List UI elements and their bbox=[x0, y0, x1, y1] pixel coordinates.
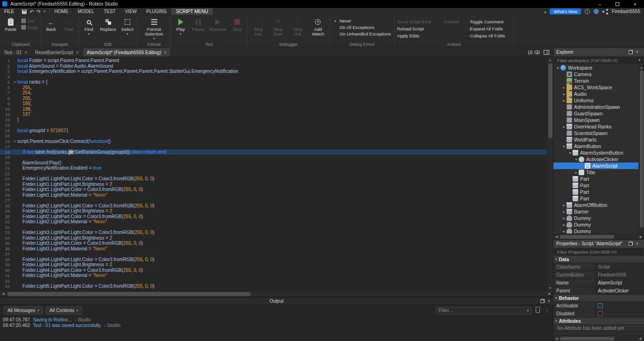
fold-marker[interactable] bbox=[12, 273, 17, 278]
explorer-item-uniforms[interactable]: ▸Uniforms bbox=[553, 97, 638, 104]
clear-output-icon[interactable] bbox=[536, 308, 540, 313]
go-to-script-error-button[interactable]: Go to Script Error bbox=[397, 19, 440, 24]
chevron-right-icon[interactable]: ▸ bbox=[574, 170, 579, 175]
line-number[interactable]: 11 bbox=[0, 112, 12, 117]
line-number[interactable]: 15 bbox=[0, 133, 12, 139]
code-line[interactable]: 33 Folder.Light3.LightPart.Light.Color =… bbox=[0, 230, 553, 235]
line-number[interactable]: 34 bbox=[0, 235, 12, 241]
reload-script-button[interactable]: Reload Script bbox=[397, 26, 440, 31]
panel-layout-icon[interactable] bbox=[544, 50, 549, 55]
fold-marker[interactable] bbox=[12, 107, 17, 112]
scroll-up-icon[interactable]: ▲ bbox=[547, 57, 553, 63]
fold-marker[interactable] bbox=[12, 241, 17, 246]
fold-marker[interactable] bbox=[12, 149, 17, 155]
line-number[interactable]: 8 bbox=[0, 96, 12, 101]
doc-tab-test-01[interactable]: Test - 01× bbox=[0, 48, 31, 57]
code-line[interactable]: 28 Folder.Light2.LightPart.Light.Color =… bbox=[0, 203, 553, 209]
line-number[interactable]: 28 bbox=[0, 203, 12, 209]
section-header-attributes[interactable]: ▾Attributes bbox=[553, 318, 644, 325]
fold-marker[interactable] bbox=[12, 192, 17, 198]
explorer-horizontal-scrollbar[interactable]: ◀ ▶ bbox=[553, 234, 644, 239]
line-number[interactable]: 40 bbox=[0, 268, 12, 273]
fold-marker[interactable] bbox=[12, 262, 17, 268]
property-value-disabled[interactable] bbox=[595, 310, 644, 317]
explorer-item-terrain[interactable]: Terrain bbox=[553, 78, 638, 84]
explorer-filter-input[interactable] bbox=[557, 58, 638, 63]
code-line[interactable]: 26 Folder.Light1.LightPart.Material = "N… bbox=[0, 192, 553, 198]
fold-marker[interactable] bbox=[12, 128, 17, 134]
fold-marker[interactable]: ▾ bbox=[12, 139, 17, 144]
line-number[interactable]: 31 bbox=[0, 219, 12, 225]
code-line[interactable]: 17 bbox=[0, 144, 553, 149]
format-selection-button[interactable]: Format Selection ▾ bbox=[139, 16, 169, 41]
code-line[interactable]: 11 197 bbox=[0, 112, 553, 117]
undo-icon[interactable]: ↶ bbox=[29, 9, 34, 14]
explorer-item-activateclicker[interactable]: ▾ActivateClicker bbox=[553, 156, 638, 163]
maximize-button[interactable] bbox=[609, 0, 626, 8]
line-number[interactable]: 10 bbox=[0, 107, 12, 112]
code-line[interactable]: 8 200, bbox=[0, 96, 553, 101]
code-line[interactable]: 10 198, bbox=[0, 107, 553, 112]
line-number[interactable]: 2 bbox=[0, 64, 12, 69]
fold-marker[interactable] bbox=[12, 225, 17, 230]
explorer-item-part[interactable]: Part bbox=[553, 195, 638, 202]
line-number[interactable]: 30 bbox=[0, 214, 12, 220]
line-number[interactable]: 32 bbox=[0, 225, 12, 230]
fold-marker[interactable] bbox=[12, 284, 17, 289]
fold-marker[interactable] bbox=[12, 235, 17, 241]
chevron-right-icon[interactable]: ▸ bbox=[561, 210, 567, 214]
fold-marker[interactable] bbox=[12, 214, 17, 220]
menu-tab-model[interactable]: MODEL bbox=[73, 8, 99, 15]
float-panel-icon[interactable] bbox=[540, 299, 545, 303]
code-line[interactable]: 36 Folder.Light3.LightPart.Material = "N… bbox=[0, 246, 553, 252]
line-number[interactable]: 4 bbox=[0, 74, 12, 80]
explorer-item-barrier[interactable]: ▸Barrier bbox=[553, 208, 638, 215]
chevron-right-icon[interactable]: ▸ bbox=[561, 85, 567, 90]
line-number[interactable]: 12 bbox=[0, 117, 12, 123]
scrollbar-thumb[interactable] bbox=[548, 64, 553, 138]
chevron-right-icon[interactable]: ▸ bbox=[561, 203, 567, 207]
code-line[interactable]: 22 bbox=[0, 171, 553, 177]
play-button[interactable]: Play ▾ bbox=[172, 16, 189, 36]
menu-tab-view[interactable]: VIEW bbox=[120, 8, 142, 15]
code-line[interactable]: 12} bbox=[0, 117, 553, 123]
scroll-right-icon[interactable]: ▶ bbox=[546, 291, 553, 297]
code-line[interactable]: 6 255, bbox=[0, 85, 553, 91]
step-into-button[interactable]: ↓ Step Into bbox=[249, 16, 267, 37]
scrollbar-thumb[interactable] bbox=[640, 71, 644, 227]
line-number[interactable]: 17 bbox=[0, 144, 12, 149]
copy-button[interactable]: Copy bbox=[20, 25, 39, 30]
explorer-item-part[interactable]: Part bbox=[553, 189, 638, 195]
fold-marker[interactable] bbox=[12, 96, 17, 101]
scroll-left-icon[interactable]: ◀ bbox=[553, 234, 560, 240]
code-line[interactable]: 37 bbox=[0, 251, 553, 257]
scroll-right-icon[interactable]: ▶ bbox=[638, 234, 644, 240]
line-number[interactable]: 6 bbox=[0, 85, 12, 91]
code-line[interactable]: 32 bbox=[0, 225, 553, 230]
code-line[interactable]: 9 199, bbox=[0, 101, 553, 107]
line-number[interactable]: 16 bbox=[0, 139, 12, 144]
explorer-item-administrationspawn[interactable]: AdministrationSpawn bbox=[553, 104, 638, 110]
chevron-right-icon[interactable]: ▸ bbox=[561, 125, 567, 129]
fold-marker[interactable] bbox=[12, 165, 17, 171]
chevron-right-icon[interactable]: ▸ bbox=[561, 229, 567, 234]
chevron-right-icon[interactable]: ▸ bbox=[561, 223, 567, 227]
share-icon[interactable] bbox=[602, 9, 608, 14]
properties-filter-input[interactable] bbox=[557, 249, 640, 255]
code-line[interactable]: 42 bbox=[0, 278, 553, 284]
breakpoint-option-on-all-exceptions[interactable]: On All Exceptions bbox=[333, 25, 391, 30]
close-icon[interactable]: × bbox=[76, 50, 79, 55]
chevron-down-icon[interactable]: ▾ bbox=[561, 144, 567, 149]
stop-button[interactable]: Stop bbox=[229, 16, 245, 32]
whats-new-button[interactable]: What's New bbox=[550, 8, 581, 14]
contexts-filter-dropdown[interactable]: All Contexts ▾ bbox=[46, 306, 82, 314]
find-button[interactable]: Find ▾ bbox=[80, 16, 97, 36]
line-number[interactable]: 7 bbox=[0, 90, 12, 96]
menu-file[interactable]: FILE bbox=[0, 8, 18, 15]
code-line[interactable]: 25 Folder.Light1.LightPart.Color = Color… bbox=[0, 187, 553, 192]
forward-button[interactable]: → Fwd bbox=[60, 16, 77, 32]
explorer-item-workspace[interactable]: ▾Workspace bbox=[553, 64, 638, 71]
back-button[interactable]: ← Back bbox=[42, 16, 59, 32]
menu-tab-plugins[interactable]: PLUGINS bbox=[141, 8, 171, 15]
fold-marker[interactable] bbox=[12, 268, 17, 273]
